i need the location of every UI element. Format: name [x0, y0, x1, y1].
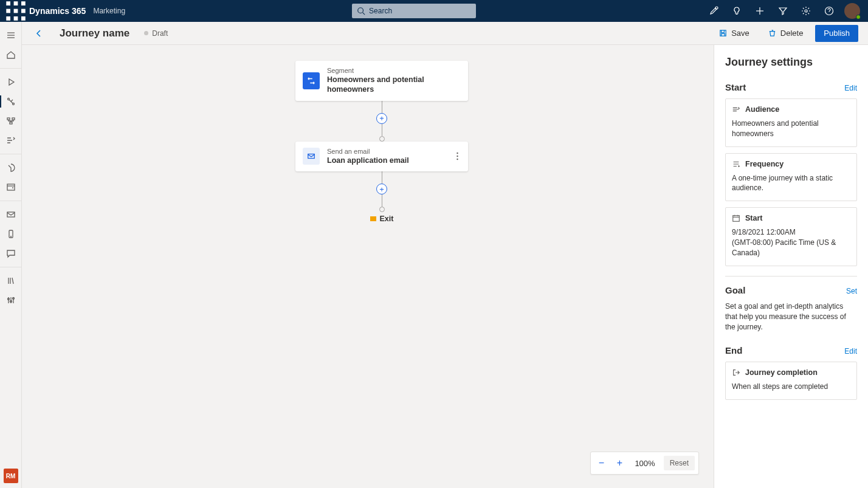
search-input[interactable] [369, 7, 471, 15]
start-heading: Start [725, 82, 746, 92]
help-icon[interactable] [818, 0, 840, 22]
segment-node[interactable]: Segment Homeowners and potential homeown… [295, 61, 468, 101]
zoom-out-button[interactable]: − [594, 456, 608, 470]
svg-point-9 [358, 8, 363, 13]
frequency-value: A one-time journey with a static audienc… [732, 173, 850, 194]
zoom-reset-button[interactable]: Reset [664, 456, 695, 470]
presence-indicator [856, 15, 861, 19]
nav-segments-icon[interactable] [0, 111, 22, 131]
calendar-icon [732, 214, 740, 222]
nav-email-icon[interactable] [0, 205, 22, 224]
completion-label: Journey completion [745, 368, 818, 377]
connector-node-icon [379, 207, 385, 212]
compose-icon[interactable] [703, 0, 725, 22]
zoom-value: 100% [631, 459, 658, 468]
topbar-actions [703, 0, 863, 22]
svg-line-10 [363, 13, 365, 15]
nav-library-icon[interactable] [0, 271, 22, 290]
app-launcher-icon[interactable] [5, 0, 27, 22]
nav-analytics-icon[interactable] [0, 158, 22, 177]
command-bar: Journey name Draft Save Delete Publish [22, 22, 868, 45]
completion-card[interactable]: Journey completion When all steps are co… [725, 362, 857, 400]
svg-rect-22 [12, 118, 15, 120]
connector-node-icon [379, 136, 385, 142]
nav-mobile-icon[interactable] [0, 224, 22, 244]
left-nav: RM [0, 22, 22, 488]
nav-collapse-icon[interactable] [0, 26, 22, 45]
audience-icon [732, 105, 740, 114]
filter-icon[interactable] [772, 0, 794, 22]
start-label: Start [745, 214, 762, 222]
back-button[interactable] [32, 26, 46, 41]
svg-rect-2 [21, 1, 26, 5]
email-type-label: Send an email [327, 148, 409, 156]
add-icon[interactable] [749, 0, 771, 22]
publish-button[interactable]: Publish [815, 25, 858, 42]
svg-rect-8 [21, 16, 26, 21]
end-edit-link[interactable]: Edit [844, 347, 857, 356]
svg-rect-44 [733, 216, 740, 222]
exit-icon [732, 368, 740, 377]
email-node[interactable]: Send an email Loan application email [295, 142, 468, 171]
svg-rect-21 [7, 118, 10, 120]
frequency-card[interactable]: Frequency A one-time journey with a stat… [725, 153, 857, 202]
settings-icon[interactable] [795, 0, 817, 22]
nav-settings-nav-icon[interactable] [0, 290, 22, 310]
goal-set-link[interactable]: Set [846, 287, 857, 295]
settings-panel: Journey settings Start Edit Audience Hom… [714, 45, 868, 488]
start-timezone: (GMT-08:00) Pacific Time (US & Canada) [732, 238, 850, 258]
save-button[interactable]: Save [712, 25, 756, 42]
nav-play-icon[interactable] [0, 72, 22, 92]
audience-card[interactable]: Audience Homeowners and potential homeow… [725, 98, 857, 147]
nav-chat-icon[interactable] [0, 244, 22, 263]
svg-rect-4 [14, 9, 18, 13]
nav-flow-icon[interactable] [0, 131, 22, 150]
frequency-label: Frequency [745, 160, 784, 168]
exit-node: Exit [370, 215, 394, 223]
nav-profile-tile[interactable]: RM [4, 469, 18, 483]
publish-label: Publish [824, 29, 850, 38]
add-step-button[interactable]: + [376, 113, 387, 124]
zoom-in-button[interactable]: + [613, 456, 626, 470]
svg-rect-0 [6, 1, 10, 5]
svg-rect-7 [14, 16, 18, 21]
status-dot-icon [144, 31, 148, 35]
svg-rect-3 [6, 9, 10, 13]
app-topbar: Dynamics 365 Marketing [0, 0, 868, 22]
goal-section-header: Goal Set [725, 285, 857, 295]
completion-value: When all steps are completed [732, 382, 850, 392]
nav-forms-icon[interactable] [0, 177, 22, 197]
panel-title: Journey settings [725, 56, 857, 69]
svg-rect-5 [21, 9, 26, 13]
connector-line [382, 101, 382, 113]
node-more-button[interactable] [451, 150, 463, 162]
delete-button[interactable]: Delete [762, 25, 810, 42]
connector-line [382, 124, 382, 136]
email-icon [303, 148, 320, 165]
brand-title: Dynamics 365 [29, 6, 86, 16]
svg-point-42 [456, 156, 458, 157]
svg-point-41 [456, 153, 458, 154]
page-title[interactable]: Journey name [60, 27, 129, 40]
svg-rect-27 [7, 212, 15, 217]
workspace: Segment Homeowners and potential homeown… [22, 45, 868, 488]
goal-description: Set a goal and get in-depth analytics th… [725, 301, 857, 333]
start-section-header: Start Edit [725, 82, 857, 92]
start-value: 9/18/2021 12:00AM (GMT-08:00) Pacific Ti… [732, 227, 850, 258]
journey-flow: Segment Homeowners and potential homeown… [295, 61, 468, 223]
nav-home-icon[interactable] [0, 45, 22, 64]
audience-value: Homeowners and potential homeowners [732, 119, 850, 139]
svg-point-14 [805, 10, 807, 12]
search-box[interactable] [352, 4, 476, 18]
section-divider [725, 276, 857, 277]
nav-journey-icon[interactable] [0, 92, 22, 111]
module-title: Marketing [93, 7, 125, 15]
user-avatar[interactable] [841, 0, 863, 22]
lightbulb-icon[interactable] [726, 0, 748, 22]
start-edit-link[interactable]: Edit [844, 84, 857, 92]
add-step-button[interactable]: + [376, 184, 387, 194]
status-text: Draft [152, 29, 168, 38]
svg-rect-24 [7, 184, 15, 190]
start-card[interactable]: Start 9/18/2021 12:00AM (GMT-08:00) Paci… [725, 207, 857, 266]
journey-canvas[interactable]: Segment Homeowners and potential homeown… [22, 45, 714, 488]
